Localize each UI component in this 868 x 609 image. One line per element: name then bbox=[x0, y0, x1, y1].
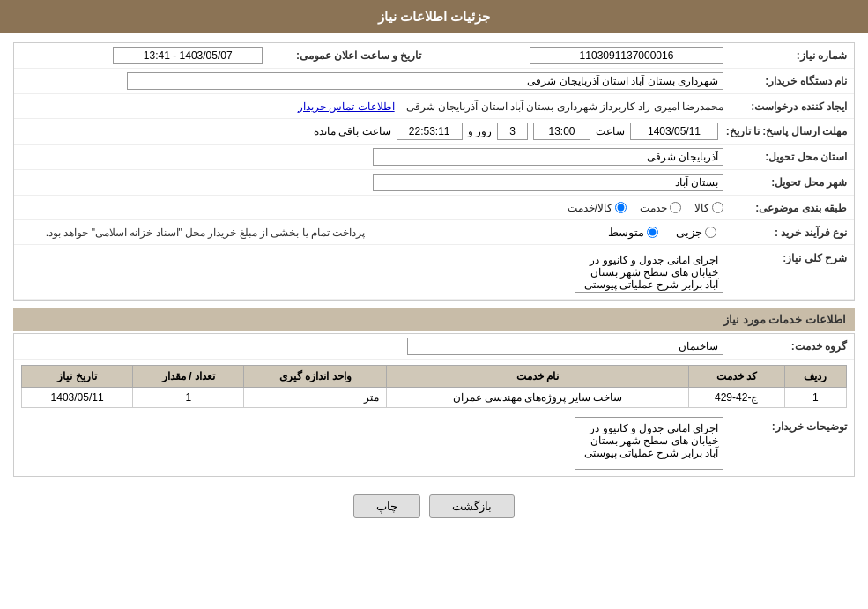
general-desc-row: شرح کلی نیاز: اجرای امانی جدول و کانیوو … bbox=[14, 245, 854, 300]
services-section-header: اطلاعات خدمات مورد نیاز bbox=[13, 308, 855, 331]
cell-qty: 1 bbox=[133, 388, 244, 408]
services-section-label: اطلاعات خدمات مورد نیاز bbox=[723, 313, 846, 326]
province-input[interactable] bbox=[373, 148, 724, 166]
buyer-name-row: نام دستگاه خریدار: bbox=[14, 69, 854, 94]
buyer-desc-area: اجرای امانی جدول و کانیوو در خیابان های … bbox=[21, 417, 723, 472]
service-group-input[interactable] bbox=[407, 338, 723, 355]
buyer-name-value-area bbox=[21, 72, 723, 90]
cell-row-num: 1 bbox=[784, 388, 846, 408]
purchase-type-row: نوع فرآیند خرید : جزیی متوسط پرداخت تمام… bbox=[14, 220, 854, 245]
province-value-area bbox=[21, 148, 723, 166]
col-header-unit: واحد اندازه گیری bbox=[244, 366, 387, 388]
main-info-section: شماره نیاز: تاریخ و ساعت اعلان عمومی: نا… bbox=[13, 42, 855, 301]
purchase-medium-label: متوسط bbox=[608, 226, 644, 239]
page-title: جزئیات اطلاعات نیاز bbox=[378, 9, 490, 24]
buyer-desc-textarea[interactable]: اجرای امانی جدول و کانیوو در خیابان های … bbox=[575, 417, 723, 470]
deadline-time-label: ساعت bbox=[596, 125, 625, 137]
buttons-row: بازگشت چاپ bbox=[13, 484, 855, 529]
col-header-row-num: ردیف bbox=[784, 366, 846, 388]
cell-date: 1403/05/11 bbox=[22, 388, 133, 408]
category-option-service[interactable]: خدمت bbox=[640, 202, 681, 214]
deadline-items: ساعت روز و ساعت باقی مانده bbox=[21, 123, 718, 140]
purchase-radio-medium[interactable] bbox=[647, 227, 658, 238]
purchase-option-minor[interactable]: جزیی bbox=[676, 226, 716, 239]
announcement-label: تاریخ و ساعت اعلان عمومی: bbox=[263, 49, 421, 62]
page-header: جزئیات اطلاعات نیاز bbox=[0, 0, 868, 33]
deadline-time-input[interactable] bbox=[533, 123, 590, 140]
deadline-remaining-label: ساعت باقی مانده bbox=[314, 125, 391, 137]
creator-text: محمدرضا امیری راد کاربرداز شهرداری بستان… bbox=[406, 100, 723, 113]
service-group-row: گروه خدمت: bbox=[14, 334, 854, 360]
category-option-goods[interactable]: کالا bbox=[694, 202, 723, 214]
col-header-qty: تعداد / مقدار bbox=[133, 366, 244, 388]
creator-label: ایجاد کننده درخواست: bbox=[723, 100, 847, 113]
city-row: شهر محل تحویل: bbox=[14, 170, 854, 196]
purchase-type-label: نوع فرآیند خرید : bbox=[723, 227, 847, 239]
province-label: استان محل تحویل: bbox=[723, 151, 847, 163]
city-label: شهر محل تحویل: bbox=[723, 176, 847, 189]
buyer-desc-section: توضیحات خریدار: اجرای امانی جدول و کانیو… bbox=[14, 413, 854, 476]
need-number-label: شماره نیاز: bbox=[723, 49, 847, 62]
cell-name: ساخت سایر پروژه‌های مهندسی عمران bbox=[386, 388, 688, 408]
buyer-desc-label: توضیحات خریدار: bbox=[723, 417, 847, 472]
contact-link[interactable]: اطلاعات تماس خریدار bbox=[298, 100, 395, 113]
services-table: ردیف کد خدمت نام خدمت واحد اندازه گیری ت… bbox=[21, 365, 847, 408]
deadline-day-label: روز و bbox=[468, 125, 492, 137]
print-button[interactable]: چاپ bbox=[353, 494, 420, 518]
service-group-value-area bbox=[21, 338, 723, 355]
general-desc-textarea[interactable]: اجرای امانی جدول و کانیوو در خیابان های … bbox=[575, 249, 723, 293]
creator-row: ایجاد کننده درخواست: محمدرضا امیری راد ک… bbox=[14, 94, 854, 119]
category-row: طبقه بندی موضوعی: کالا خدمت کالا/خدمت bbox=[14, 196, 854, 220]
category-option-both[interactable]: کالا/خدمت bbox=[568, 202, 627, 214]
need-number-input[interactable] bbox=[530, 47, 723, 64]
table-row: 1 ج-42-429 ساخت سایر پروژه‌های مهندسی عم… bbox=[22, 388, 847, 408]
announcement-value-area bbox=[21, 47, 263, 64]
province-row: استان محل تحویل: bbox=[14, 145, 854, 170]
category-service-label: خدمت bbox=[640, 202, 667, 214]
deadline-label: مهلت ارسال پاسخ: تا تاریخ: bbox=[723, 125, 847, 137]
purchase-radio-minor[interactable] bbox=[705, 227, 716, 238]
category-radio-both[interactable] bbox=[615, 202, 627, 213]
deadline-date-input[interactable] bbox=[630, 123, 718, 140]
category-goods-label: کالا bbox=[694, 202, 709, 214]
purchase-note: پرداخت تمام یا بخشی از مبلغ خریدار محل "… bbox=[21, 227, 366, 239]
cell-code: ج-42-429 bbox=[688, 388, 784, 408]
content-area: شماره نیاز: تاریخ و ساعت اعلان عمومی: نا… bbox=[0, 33, 868, 538]
service-group-label: گروه خدمت: bbox=[723, 340, 847, 353]
buyer-name-input[interactable] bbox=[127, 72, 723, 90]
need-number-row: شماره نیاز: تاریخ و ساعت اعلان عمومی: bbox=[14, 43, 854, 69]
table-header-row: ردیف کد خدمت نام خدمت واحد اندازه گیری ت… bbox=[22, 366, 847, 388]
buyer-name-label: نام دستگاه خریدار: bbox=[723, 75, 847, 87]
creator-value-area: محمدرضا امیری راد کاربرداز شهرداری بستان… bbox=[21, 100, 723, 113]
col-header-name: نام خدمت bbox=[386, 366, 688, 388]
deadline-days-input[interactable] bbox=[497, 123, 528, 140]
deadline-remaining-input[interactable] bbox=[397, 123, 463, 140]
announcement-input[interactable] bbox=[113, 47, 263, 64]
cell-unit: متر bbox=[244, 388, 387, 408]
page-wrapper: جزئیات اطلاعات نیاز شماره نیاز: تاریخ و … bbox=[0, 0, 868, 609]
purchase-options: جزیی متوسط bbox=[373, 226, 717, 239]
services-section: گروه خدمت: ردیف کد خدمت نام خدمت واحد ان… bbox=[13, 333, 855, 477]
col-header-date: تاریخ نیاز bbox=[22, 366, 133, 388]
city-value-area bbox=[21, 174, 723, 191]
category-both-label: کالا/خدمت bbox=[568, 202, 612, 214]
general-desc-area: اجرای امانی جدول و کانیوو در خیابان های … bbox=[21, 249, 723, 295]
category-radio-service[interactable] bbox=[670, 202, 681, 213]
city-input[interactable] bbox=[373, 174, 724, 191]
general-desc-label: شرح کلی نیاز: bbox=[723, 249, 847, 264]
back-button[interactable]: بازگشت bbox=[429, 494, 515, 518]
category-options: کالا خدمت کالا/خدمت bbox=[21, 202, 723, 214]
purchase-option-medium[interactable]: متوسط bbox=[608, 226, 658, 239]
services-table-container: ردیف کد خدمت نام خدمت واحد اندازه گیری ت… bbox=[14, 360, 854, 413]
category-label: طبقه بندی موضوعی: bbox=[723, 202, 847, 214]
need-number-value-area bbox=[421, 47, 723, 64]
deadline-row: مهلت ارسال پاسخ: تا تاریخ: ساعت روز و سا… bbox=[14, 119, 854, 145]
category-radio-goods[interactable] bbox=[712, 202, 723, 213]
col-header-code: کد خدمت bbox=[688, 366, 784, 388]
purchase-minor-label: جزیی bbox=[676, 226, 702, 239]
